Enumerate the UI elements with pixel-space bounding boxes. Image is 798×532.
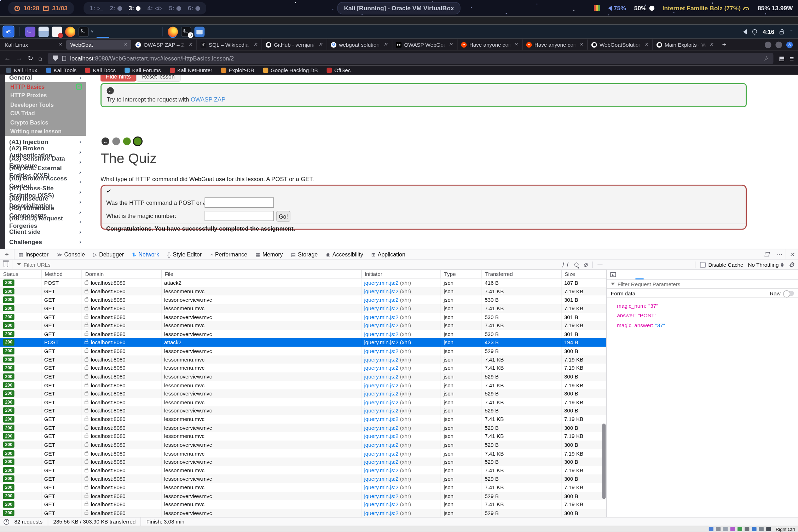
- network-request-row[interactable]: 200 GET localhost:8080 lessonoverview.mv…: [0, 492, 606, 500]
- network-request-row[interactable]: 200 GET localhost:8080 lessonmenu.mvc jq…: [0, 398, 606, 406]
- chevron-up-icon[interactable]: ⌃: [790, 29, 793, 34]
- host-workspace[interactable]: 1: >_: [90, 5, 103, 12]
- browser-tab[interactable]: WebGoatSolutions/S: [587, 40, 652, 50]
- initiator-link[interactable]: jquery.min.js:2: [364, 424, 398, 430]
- bookmark-item[interactable]: Kali Docs: [85, 67, 116, 73]
- reset-lesson-button[interactable]: Reset lesson: [137, 75, 180, 82]
- go-button[interactable]: Go!: [276, 211, 290, 221]
- details-tab[interactable]: [619, 270, 627, 280]
- sidebar-lesson-item[interactable]: Crypto Basics: [5, 118, 86, 127]
- initiator-link[interactable]: jquery.min.js:2: [364, 373, 398, 379]
- terminal-dropdown-icon[interactable]: [79, 27, 89, 37]
- display-icon[interactable]: [709, 527, 713, 531]
- pause-icon[interactable]: [561, 262, 570, 267]
- network-request-row[interactable]: 200 GET localhost:8080 lessonoverview.mv…: [0, 509, 606, 517]
- tab-close-icon[interactable]: [448, 42, 453, 47]
- sidebar-item-general[interactable]: General: [5, 75, 86, 82]
- initiator-link[interactable]: jquery.min.js:2: [364, 450, 398, 456]
- firefox-launcher-icon[interactable]: [65, 27, 75, 37]
- host-workspace[interactable]: 3:: [129, 5, 141, 12]
- browser-tab[interactable]: OWASP ZAP – ZAP i: [131, 40, 196, 50]
- browser-tab[interactable]: OWASP WebGoat: G: [392, 40, 457, 50]
- details-tab[interactable]: [660, 270, 668, 280]
- filter-urls-input[interactable]: Filter URLs: [17, 261, 51, 267]
- initiator-link[interactable]: jquery.min.js:2: [364, 331, 398, 337]
- initiator-link[interactable]: jquery.min.js:2: [364, 476, 398, 482]
- host-clock-widget[interactable]: 10:28 31/03: [8, 2, 74, 15]
- form-data-param[interactable]: magic_answer:"37": [617, 322, 798, 332]
- host-workspace[interactable]: 2:: [110, 5, 122, 12]
- tab-close-icon[interactable]: [253, 42, 258, 47]
- network-request-row[interactable]: 200 GET localhost:8080 lessonmenu.mvc jq…: [0, 355, 606, 364]
- column-header[interactable]: File: [161, 270, 361, 278]
- home-button[interactable]: [39, 54, 42, 62]
- initiator-link[interactable]: jquery.min.js:2: [364, 348, 398, 354]
- files-running-icon[interactable]: [195, 27, 205, 37]
- pager-page-button[interactable]: [134, 138, 141, 145]
- hamburger-menu-icon[interactable]: [790, 54, 794, 62]
- initiator-link[interactable]: jquery.min.js:2: [364, 484, 398, 490]
- initiator-link[interactable]: jquery.min.js:2: [364, 391, 398, 397]
- tab-close-icon[interactable]: [644, 42, 649, 47]
- initiator-link[interactable]: jquery.min.js:2: [364, 467, 398, 473]
- network-request-row[interactable]: 200 POST localhost:8080 attack2 jquery.m…: [0, 278, 606, 287]
- request-type-filter[interactable]: [646, 264, 651, 265]
- network-request-row[interactable]: 200 GET localhost:8080 lessonoverview.mv…: [0, 372, 606, 381]
- page-info-icon[interactable]: [62, 56, 66, 60]
- column-header[interactable]: Size: [561, 270, 607, 278]
- host-workspace[interactable]: 4: </>: [148, 5, 162, 12]
- devtools-tab[interactable]: ▷ Debugger: [89, 249, 128, 260]
- sidebar-lesson-item[interactable]: Developer Tools: [5, 100, 86, 109]
- initiator-link[interactable]: jquery.min.js:2: [364, 493, 398, 499]
- network-request-row[interactable]: 200 GET localhost:8080 lessonmenu.mvc jq…: [0, 381, 606, 389]
- http-command-input[interactable]: [205, 197, 274, 208]
- request-type-filter[interactable]: [676, 264, 681, 265]
- bookmark-item[interactable]: Kali Linux: [6, 67, 37, 73]
- initiator-link[interactable]: jquery.min.js:2: [364, 356, 398, 362]
- initiator-link[interactable]: jquery.min.js:2: [364, 510, 398, 516]
- kali-menu-button[interactable]: [2, 25, 14, 37]
- initiator-link[interactable]: jquery.min.js:2: [364, 416, 398, 422]
- sidebar-lesson-item[interactable]: Writing new lesson: [5, 127, 86, 136]
- devtools-tab[interactable]: ⇅ Network: [128, 249, 163, 260]
- tab-close-icon[interactable]: [188, 42, 193, 47]
- pager-page-button[interactable]: [112, 138, 120, 145]
- bookmark-item[interactable]: Google Hacking DB: [263, 67, 318, 73]
- request-count[interactable]: 82 requests: [9, 517, 48, 526]
- network-request-row[interactable]: 200 GET localhost:8080 lessonmenu.mvc jq…: [0, 483, 606, 492]
- battery-indicator[interactable]: 85% 13.99W: [758, 5, 793, 12]
- network-request-row[interactable]: 200 GET localhost:8080 lessonmenu.mvc jq…: [0, 432, 606, 440]
- hint-prev-icon[interactable]: [107, 87, 114, 94]
- initiator-link[interactable]: jquery.min.js:2: [364, 279, 398, 285]
- raw-toggle[interactable]: Raw: [770, 290, 794, 296]
- details-tab[interactable]: [644, 270, 652, 280]
- forward-button[interactable]: [16, 54, 23, 62]
- pager-back-button[interactable]: [102, 138, 109, 145]
- tab-close-icon[interactable]: [709, 42, 714, 47]
- column-header[interactable]: Status: [0, 270, 41, 278]
- initiator-link[interactable]: jquery.min.js:2: [364, 365, 398, 371]
- volume-indicator[interactable]: 75%: [608, 5, 626, 12]
- sidebar-category[interactable]: Challenges: [5, 237, 86, 247]
- reload-button[interactable]: [28, 54, 33, 62]
- browser-tab[interactable]: GitHub - vernjan/we: [261, 40, 326, 50]
- initiator-link[interactable]: jquery.min.js:2: [364, 441, 398, 447]
- initiator-link[interactable]: jquery.min.js:2: [364, 314, 398, 320]
- initiator-link[interactable]: jquery.min.js:2: [364, 296, 398, 302]
- network-request-row[interactable]: 200 GET localhost:8080 lessonmenu.mvc jq…: [0, 304, 606, 313]
- clear-requests-button[interactable]: [0, 260, 12, 269]
- back-button[interactable]: [4, 54, 11, 62]
- details-tab[interactable]: [652, 270, 660, 280]
- new-tab-button[interactable]: [717, 41, 731, 49]
- host-workspace[interactable]: 6:: [188, 5, 200, 12]
- network-request-row[interactable]: 200 GET localhost:8080 lessonoverview.mv…: [0, 313, 606, 321]
- column-header[interactable]: Method: [41, 270, 82, 278]
- taskbar-workspace-button[interactable]: [112, 25, 125, 38]
- browser-tab[interactable]: SQL – Wikipedia: [196, 40, 261, 50]
- sidebar-lesson-item[interactable]: HTTP Basics: [5, 82, 86, 91]
- column-header[interactable]: Type: [440, 270, 481, 278]
- bookmark-item[interactable]: Kali NetHunter: [169, 67, 212, 73]
- column-header[interactable]: Domain: [82, 270, 161, 278]
- network-request-row[interactable]: 200 POST localhost:8080 attack2 jquery.m…: [0, 338, 606, 347]
- bookmark-star-icon[interactable]: [763, 54, 769, 62]
